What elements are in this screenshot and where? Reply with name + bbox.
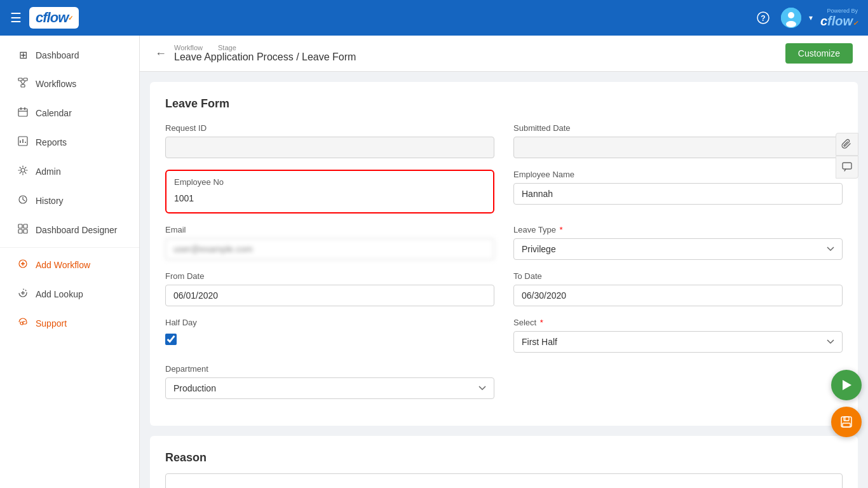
half-day-checkbox-wrapper [165,334,494,345]
leave-type-label: Leave Type * [513,225,843,234]
to-date-input[interactable] [513,285,843,306]
history-icon [17,194,29,207]
sidebar-item-workflows[interactable]: Workflows [4,70,135,98]
sidebar-item-add-workflow[interactable]: Add Workflow [4,251,135,279]
avatar-chevron[interactable]: ▾ [809,13,813,22]
svg-marker-30 [843,380,851,390]
main-content: ← Workflow Stage Leave Application Proce… [140,36,868,488]
svg-rect-20 [18,224,22,228]
add-lookup-icon [17,288,29,301]
form-row-1: Request ID Submitted Date [165,123,843,158]
employee-no-group: Employee No [165,170,494,214]
employee-name-group: Employee Name [513,170,843,214]
svg-point-3 [788,12,794,18]
brand-logo: Powered By cflow✓ [820,8,858,29]
sidebar-item-dashboard[interactable]: ⊞ Dashboard [4,41,135,69]
email-input[interactable] [165,238,494,260]
svg-rect-29 [843,163,851,169]
leave-type-select[interactable]: Privilege Sick Casual Annual [513,238,843,260]
svg-rect-6 [24,78,27,81]
form-row-4: From Date To Date [165,271,843,306]
breadcrumb-info: Workflow Stage Leave Application Process… [174,44,778,63]
submitted-date-input[interactable] [513,137,843,158]
fab-container [831,370,862,437]
sidebar-item-support[interactable]: Support [4,309,135,337]
employee-no-input[interactable] [174,191,485,206]
select-group: Select * First Half Second Half [513,318,843,353]
from-date-input[interactable] [165,285,494,306]
sidebar-item-dashboard-designer[interactable]: Dashboard Designer [4,216,135,244]
svg-text:?: ? [761,14,765,23]
svg-rect-7 [21,85,25,87]
admin-icon [17,165,29,178]
help-icon[interactable]: ? [753,8,773,28]
to-date-label: To Date [513,271,843,281]
employee-name-input[interactable] [513,183,843,205]
half-day-group: Half Day [165,318,494,353]
sidebar-item-history[interactable]: History [4,187,135,215]
svg-rect-32 [844,417,849,421]
empty-group [513,364,843,399]
employee-no-label: Employee No [174,177,485,187]
request-id-input[interactable] [165,137,494,158]
svg-rect-21 [24,224,27,228]
sidebar-item-add-lookup[interactable]: Add Lookup [4,280,135,308]
attachment-button[interactable] [836,133,858,156]
svg-rect-5 [18,78,22,81]
half-day-label: Half Day [165,318,494,327]
menu-icon[interactable]: ☰ [10,10,22,25]
email-label: Email [165,225,494,234]
breadcrumb-stage-label: Stage [218,44,236,51]
dashboard-icon: ⊞ [17,49,29,61]
sidebar: ⊞ Dashboard Workflows Calendar Reports [0,36,140,488]
half-day-checkbox[interactable] [165,334,177,345]
breadcrumb-path: Leave Application Process / Leave Form [174,51,778,63]
user-avatar[interactable] [781,8,801,28]
form-row-2: Employee No Employee Name [165,170,843,214]
breadcrumb-stage-name: Leave Form [302,51,356,62]
to-date-group: To Date [513,271,843,306]
department-group: Department Production HR Finance IT [165,364,494,399]
department-select[interactable]: Production HR Finance IT [165,377,494,399]
svg-line-8 [20,81,23,85]
reason-input[interactable] [165,473,843,488]
from-date-label: From Date [165,271,494,281]
layout: ⊞ Dashboard Workflows Calendar Reports [0,36,868,488]
select-input[interactable]: First Half Second Half [513,331,843,353]
sidebar-item-reports[interactable]: Reports [4,128,135,156]
submitted-date-group: Submitted Date [513,123,843,158]
sidebar-divider [0,247,139,248]
select-label: Select * [513,318,843,327]
from-date-group: From Date [165,271,494,306]
breadcrumb-top: Workflow Stage [174,44,778,51]
request-id-label: Request ID [165,123,494,133]
comment-button[interactable] [836,156,858,179]
reports-icon [17,136,29,149]
email-group: Email [165,225,494,260]
svg-rect-22 [18,229,22,233]
reason-section: Reason [150,436,858,488]
send-fab-button[interactable] [831,370,862,400]
sidebar-item-admin[interactable]: Admin [4,158,135,186]
back-button[interactable]: ← [155,47,166,60]
svg-line-9 [23,81,25,85]
svg-rect-10 [18,109,27,116]
breadcrumb-workflow-name: Leave Application Process [174,51,294,62]
header-right: ? ▾ Powered By cflow✓ [753,8,858,29]
department-label: Department [165,364,494,374]
employee-name-label: Employee Name [513,170,843,179]
svg-rect-23 [24,229,27,233]
dashboard-designer-icon [17,224,29,236]
customize-button[interactable]: Customize [785,43,853,64]
leave-form-container: Leave Form Request ID Submitted Date Emp… [150,82,858,426]
breadcrumb-bar: ← Workflow Stage Leave Application Proce… [140,36,868,72]
form-title: Leave Form [165,97,843,111]
reason-title: Reason [165,451,843,464]
form-row-3: Email Leave Type * Privilege Sick Casual… [165,225,843,260]
sidebar-item-calendar[interactable]: Calendar [4,99,135,127]
save-fab-button[interactable] [831,407,862,437]
breadcrumb-separator: / [296,51,302,62]
svg-point-4 [786,21,796,27]
header: ☰ cflow✓ ? ▾ Powered By cflow✓ [0,0,868,36]
breadcrumb-workflow-label: Workflow [174,44,203,51]
